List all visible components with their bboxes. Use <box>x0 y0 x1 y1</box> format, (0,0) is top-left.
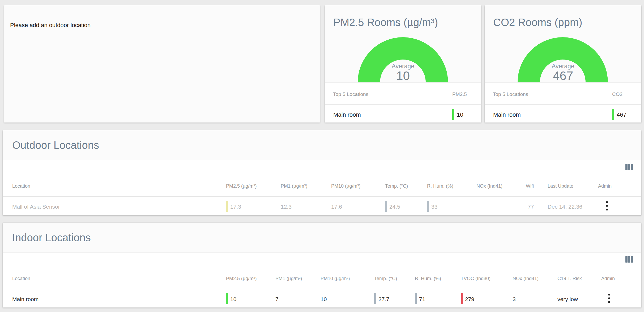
cell-pm25: 10 <box>230 296 236 302</box>
metric-label: PM2.5 <box>452 91 467 97</box>
indoor-table-row[interactable]: Main room 10 7 10 27.7 71 279 3 very low <box>3 289 641 308</box>
cell-location: Main room <box>12 296 39 302</box>
col-rhum: R. Hum. (%) <box>415 276 441 281</box>
col-last-update: Last Update <box>548 183 573 189</box>
top-locations-label: Top 5 Locations <box>493 91 528 97</box>
metric-label: CO2 <box>612 91 622 97</box>
cell-wifi: -77 <box>526 204 534 210</box>
co2-rooms-card: CO2 Rooms (ppm) Average 467 Top 5 Locati… <box>485 5 641 123</box>
rhum-bar <box>415 293 417 304</box>
pm25-bar <box>226 201 228 212</box>
value-bar <box>612 109 614 120</box>
rhum-bar <box>427 201 429 212</box>
col-pm1: PM1 (µg/m³) <box>281 183 307 189</box>
value-bar <box>452 109 454 120</box>
admin-menu-icon[interactable] <box>606 201 608 210</box>
temp-bar <box>385 201 387 212</box>
card-title: PM2.5 Rooms (µg/m³) <box>333 16 438 28</box>
admin-menu-icon[interactable] <box>608 294 610 303</box>
cell-pm1: 12.3 <box>281 204 292 210</box>
outdoor-table-row[interactable]: Mall of Asia Sensor 17.3 12.3 17.6 24.5 … <box>3 196 641 215</box>
col-tvoc: TVOC (Ind30) <box>461 276 491 281</box>
top-locations-header: Top 5 Locations CO2 <box>485 82 641 104</box>
cell-nox: 3 <box>513 296 516 302</box>
col-pm25: PM2.5 (µg/m³) <box>226 183 257 189</box>
cell-pm10: 10 <box>321 296 327 302</box>
section-title: Outdoor Locations <box>12 139 99 151</box>
cell-pm25: 17.3 <box>230 204 241 210</box>
location-name: Main room <box>333 111 361 118</box>
outdoor-locations-section: Outdoor Locations Location PM2.5 (µg/m³)… <box>3 130 641 215</box>
location-name: Main room <box>493 111 521 118</box>
outdoor-placeholder-card: Please add an outdoor location <box>4 5 320 123</box>
top-location-row[interactable]: Main room 10 <box>325 105 481 123</box>
cell-c19-risk: very low <box>557 296 578 302</box>
col-nox: NOx (Ind41) <box>476 183 502 189</box>
gauge-average-value: 10 <box>325 69 481 83</box>
cell-pm1: 7 <box>275 296 279 302</box>
column-selector-icon[interactable] <box>625 256 633 263</box>
cell-temp: 24.5 <box>389 204 400 210</box>
col-pm25: PM2.5 (µg/m³) <box>226 276 257 281</box>
pm25-rooms-card: PM2.5 Rooms (µg/m³) Average 10 Top 5 Loc… <box>325 5 481 123</box>
col-admin: Admin <box>598 183 612 189</box>
cell-tvoc: 279 <box>465 296 474 302</box>
col-location: Location <box>12 276 30 281</box>
col-wifi: Wifi <box>526 183 534 189</box>
cell-rhum: 71 <box>419 296 425 302</box>
col-c19-risk: C19 T. Risk <box>557 276 582 281</box>
col-rhum: R. Hum. (%) <box>427 183 453 189</box>
card-title: CO2 Rooms (ppm) <box>493 16 582 28</box>
cell-location: Mall of Asia Sensor <box>12 204 60 210</box>
col-nox: NOx (Ind41) <box>513 276 539 281</box>
cell-pm10: 17.6 <box>331 204 342 210</box>
location-value: 467 <box>617 111 626 118</box>
col-admin: Admin <box>601 276 615 281</box>
tvoc-bar <box>461 293 463 304</box>
temp-bar <box>374 293 376 304</box>
col-pm10: PM10 (µg/m³) <box>331 183 360 189</box>
air-quality-dashboard: Please add an outdoor location PM2.5 Roo… <box>0 0 644 312</box>
col-pm10: PM10 (µg/m³) <box>321 276 350 281</box>
cell-rhum: 33 <box>431 204 437 210</box>
top-location-row[interactable]: Main room 467 <box>485 105 641 123</box>
section-header-band: Outdoor Locations <box>3 130 641 160</box>
cell-last-update: Dec 14, 22:36 <box>548 204 582 210</box>
section-header-band: Indoor Locations <box>3 223 641 253</box>
col-pm1: PM1 (µg/m³) <box>275 276 302 281</box>
top-locations-header: Top 5 Locations PM2.5 <box>325 82 481 104</box>
col-temp: Temp. (°C) <box>385 183 408 189</box>
pm25-gauge-chart: PM2.5 Rooms (µg/m³) Average 10 <box>325 5 481 83</box>
placeholder-message: Please add an outdoor location <box>10 22 91 29</box>
co2-gauge-chart: CO2 Rooms (ppm) Average 467 <box>485 5 641 83</box>
col-temp: Temp. (°C) <box>374 276 397 281</box>
pm25-bar <box>226 293 228 304</box>
gauge-average-value: 467 <box>485 69 641 83</box>
location-value: 10 <box>457 111 463 118</box>
column-selector-icon[interactable] <box>625 164 633 170</box>
indoor-locations-section: Indoor Locations Location PM2.5 (µg/m³) … <box>3 223 641 307</box>
col-location: Location <box>12 183 30 189</box>
section-title: Indoor Locations <box>12 232 91 244</box>
top-locations-label: Top 5 Locations <box>333 91 368 97</box>
cell-temp: 27.7 <box>378 296 389 302</box>
